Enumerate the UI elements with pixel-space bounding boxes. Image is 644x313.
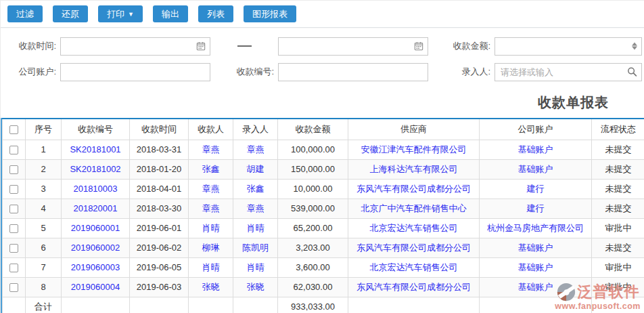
cell-receipt-date: 2018-03-31 — [130, 140, 189, 159]
select-all-checkbox[interactable] — [9, 125, 18, 134]
number-stepper[interactable] — [632, 43, 637, 50]
cell-payee: 张鑫 — [189, 159, 233, 179]
cell-company-account: 基础账户 — [480, 238, 592, 257]
stepper-down-icon[interactable] — [632, 47, 637, 50]
cell-payee: 章燕 — [189, 199, 233, 218]
table-row: 2 SK20181002 2018-01-20 张鑫 胡建 150,000.00… — [3, 159, 644, 179]
cell-supplier: 北京宏达汽车销售公司 — [348, 218, 480, 238]
print-button[interactable]: 打印▼ — [98, 5, 143, 22]
header-company-account: 公司账户 — [480, 119, 592, 140]
receipt-no-input[interactable] — [278, 63, 428, 81]
entry-person-wrap — [495, 63, 642, 81]
cell-checkbox — [3, 218, 26, 238]
cell-payee: 章燕 — [189, 179, 233, 199]
cell-supplier: 安徽江津汽车配件有限公司 — [348, 140, 480, 159]
cell-payee: 张晓 — [189, 277, 233, 297]
table-row: 6 2019060002 2019-06-02 柳琳 陈凯明 3,203.00 … — [3, 238, 644, 257]
entry-person-input[interactable] — [495, 63, 642, 81]
row-checkbox[interactable] — [9, 185, 18, 194]
filter-button[interactable]: 过滤 — [7, 5, 43, 22]
cell-entry-person: 陈凯明 — [233, 238, 278, 257]
cell-status: 审批中 — [592, 277, 644, 297]
cell-payee: 章燕 — [189, 140, 233, 159]
table-row: 5 2019060001 2019-06-01 肖晴 肖晴 65,200.00 … — [3, 218, 644, 238]
receipt-no-link[interactable]: 201820001 — [62, 199, 130, 218]
entry-person-label: 录入人: — [428, 66, 495, 78]
cell-entry-person: 肖晴 — [233, 218, 278, 238]
report-table-wrap: 序号 收款编号 收款时间 收款人 录入人 收款金额 供应商 公司账户 流程状态 … — [1, 118, 644, 313]
calendar-icon[interactable] — [414, 41, 423, 51]
cell-checkbox — [3, 199, 26, 218]
cell-payee: 柳琳 — [189, 238, 233, 257]
stepper-up-icon[interactable] — [632, 43, 637, 46]
row-checkbox[interactable] — [9, 205, 18, 213]
date-range-separator — [210, 45, 278, 47]
reset-button[interactable]: 还原 — [53, 5, 88, 22]
cell-checkbox — [3, 277, 26, 297]
cell-status: 审批中 — [592, 257, 644, 277]
cell-supplier: 东风汽车有限公司成都分公司 — [348, 238, 480, 257]
receipt-no-link[interactable]: 201810003 — [62, 179, 130, 199]
row-checkbox[interactable] — [9, 264, 18, 272]
cell-amount: 3,600.00 — [278, 257, 348, 277]
cell-amount: 3,203.00 — [278, 238, 348, 257]
cell-entry-person: 张鑫 — [233, 179, 278, 199]
row-checkbox[interactable] — [9, 165, 18, 174]
filter-button-label: 过滤 — [16, 9, 34, 18]
receipt-no-link[interactable]: SK20181001 — [62, 140, 130, 159]
graph-report-button-label: 图形报表 — [252, 9, 288, 18]
receipt-no-link[interactable]: 2019060003 — [62, 257, 130, 277]
cell-entry-person: 张晓 — [233, 277, 278, 297]
cell-receipt-date: 2019-06-05 — [130, 257, 189, 277]
cell-serial: 4 — [26, 199, 62, 218]
print-button-label: 打印 — [107, 9, 124, 18]
company-account-input[interactable] — [60, 63, 210, 81]
cell-entry-person: 章燕 — [233, 199, 278, 218]
cell-entry-person: 胡建 — [233, 159, 278, 179]
receipt-time-label: 收款时间: — [1, 40, 60, 52]
search-icon[interactable] — [627, 67, 637, 77]
header-serial: 序号 — [26, 119, 62, 140]
cell-checkbox — [3, 159, 26, 179]
company-account-label: 公司账户: — [1, 66, 60, 78]
list-view-button[interactable]: 列表 — [198, 5, 233, 22]
chevron-down-icon: ▼ — [128, 12, 134, 18]
cell-status: 未提交 — [592, 179, 644, 199]
filter-row-2: 公司账户: 收款编号: 录入人: — [1, 59, 644, 85]
reset-button-label: 还原 — [62, 9, 79, 18]
graph-report-button[interactable]: 图形报表 — [244, 5, 296, 22]
cell-company-account: 杭州金马房地产有限公司 — [480, 218, 592, 238]
cell-receipt-date: 2019-06-01 — [130, 218, 189, 238]
cell-serial: 6 — [26, 238, 62, 257]
row-checkbox[interactable] — [9, 283, 18, 292]
date-from-input[interactable] — [60, 37, 210, 56]
filter-panel: 收款时间: 收款金额: 公司账户: 收款编号: — [1, 28, 644, 85]
page-title: 收款单报表 — [1, 85, 644, 118]
cell-checkbox — [3, 257, 26, 277]
export-button[interactable]: 输出 — [153, 5, 188, 22]
table-row: 8 2019060004 2019-06-03 张晓 张晓 62,030.00 … — [3, 277, 644, 297]
header-receipt-date: 收款时间 — [130, 119, 189, 140]
receipt-no-link[interactable]: 2019060002 — [62, 238, 130, 257]
header-checkbox-cell — [3, 119, 26, 140]
header-entry-person: 录入人 — [233, 119, 278, 140]
row-checkbox[interactable] — [9, 244, 18, 253]
row-checkbox[interactable] — [9, 146, 18, 154]
cell-supplier: 东风汽车有限公司成都分公司 — [348, 277, 480, 297]
cell-serial: 2 — [26, 159, 62, 179]
table-row: 7 2019060003 2019-06-05 肖晴 肖晴 3,600.00 北… — [3, 257, 644, 277]
amount-input[interactable] — [495, 37, 642, 56]
receipt-no-link[interactable]: 2019060004 — [62, 277, 130, 297]
cell-serial: 5 — [26, 218, 62, 238]
receipt-no-link[interactable]: SK20181002 — [62, 159, 130, 179]
list-view-button-label: 列表 — [207, 9, 225, 18]
cell-company-account: 建行 — [480, 179, 592, 199]
cell-status: 审批中 — [592, 218, 644, 238]
date-to-input[interactable] — [278, 37, 428, 56]
receipt-no-link[interactable]: 2019060001 — [62, 218, 130, 238]
cell-company-account: 基础账户 — [480, 277, 592, 297]
calendar-icon[interactable] — [196, 41, 206, 51]
cell-receipt-date: 2019-06-03 — [130, 277, 189, 297]
row-checkbox[interactable] — [9, 224, 18, 233]
table-body: 1 SK20181001 2018-03-31 章燕 章燕 100,000.00… — [3, 140, 644, 297]
